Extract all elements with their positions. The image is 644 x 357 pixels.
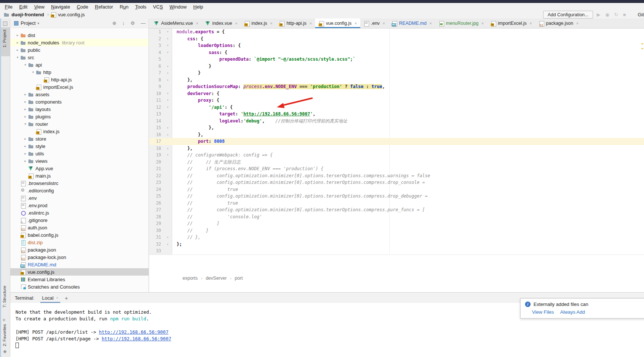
tree-item-src[interactable]: ▾src bbox=[10, 54, 149, 61]
tab-asidemenu-vue[interactable]: AsideMenu.vue× bbox=[150, 18, 202, 28]
tree-item-store[interactable]: ▸store bbox=[10, 135, 149, 142]
tree-item-editorconfig[interactable]: .editorconfig bbox=[10, 187, 149, 194]
chevron-down-icon[interactable]: ▾ bbox=[15, 55, 20, 59]
tree-item-external-libraries[interactable]: External Libraries bbox=[10, 276, 149, 283]
menu-tools[interactable]: Tools bbox=[132, 3, 150, 10]
menu-edit[interactable]: Edit bbox=[16, 3, 31, 10]
breadcrumb-port[interactable]: port bbox=[235, 276, 243, 281]
close-icon[interactable]: × bbox=[310, 21, 312, 26]
tree-item-scratches-and-consoles[interactable]: Scratches and Consoles bbox=[10, 283, 149, 289]
fold-marker-icon[interactable]: ▴ bbox=[161, 241, 174, 248]
tool-windows-icon[interactable] bbox=[3, 21, 7, 26]
stripe-button-favorites[interactable]: 2: Favorites bbox=[2, 324, 7, 346]
git-widget[interactable]: Git: bbox=[638, 12, 644, 17]
close-icon[interactable]: × bbox=[576, 21, 578, 26]
code-editor[interactable]: 1▾module.exports = {2▾ css: {3▾ loaderOp… bbox=[149, 28, 644, 255]
fold-marker-icon[interactable]: ▴ bbox=[161, 63, 174, 70]
tree-item-env-prod[interactable]: .env.prod bbox=[10, 202, 149, 209]
debug-icon[interactable]: ◉ bbox=[605, 12, 609, 17]
menu-code[interactable]: Code bbox=[74, 3, 92, 10]
chevron-right-icon[interactable]: ▸ bbox=[23, 92, 28, 96]
tab-readme-md[interactable]: MDREADME.md× bbox=[388, 18, 435, 28]
tree-item-components[interactable]: ▸components bbox=[10, 98, 149, 105]
tab-package-json[interactable]: {;}package.json× bbox=[535, 18, 582, 28]
error-stripe[interactable] bbox=[641, 43, 643, 53]
tab-env[interactable]: .env× bbox=[360, 18, 388, 28]
tree-item-utils[interactable]: ▸utils bbox=[10, 150, 149, 157]
close-icon[interactable]: × bbox=[56, 296, 58, 300]
close-icon[interactable]: × bbox=[481, 21, 484, 26]
chevron-right-icon[interactable]: ▸ bbox=[23, 144, 28, 148]
tree-item-main-js[interactable]: JSmain.js bbox=[10, 172, 149, 179]
chevron-right-icon[interactable]: ▸ bbox=[15, 41, 20, 44]
tree-item-package-json[interactable]: {;}package.json bbox=[10, 246, 149, 253]
tree-item-plugins[interactable]: ▸plugins bbox=[10, 113, 149, 120]
project-tree[interactable]: ▸dist▸node_moduleslibrary root▸public▾sr… bbox=[10, 28, 149, 289]
fold-marker-icon[interactable]: ▴ bbox=[161, 124, 174, 131]
chevron-right-icon[interactable]: ▸ bbox=[23, 115, 28, 118]
menu-help[interactable]: Help bbox=[190, 3, 207, 10]
terminal-url-link[interactable]: http://192.168.66.56:9007 bbox=[102, 336, 171, 341]
tree-item-http-api-js[interactable]: JShttp-api.js bbox=[10, 76, 149, 83]
close-icon[interactable]: × bbox=[196, 21, 198, 26]
locate-icon[interactable]: ⊕ bbox=[112, 20, 116, 26]
menu-run[interactable]: Run bbox=[116, 3, 132, 10]
tree-item-style[interactable]: ▸style bbox=[10, 142, 149, 150]
chevron-right-icon[interactable]: ▸ bbox=[23, 152, 28, 155]
fold-marker-icon[interactable]: ▾ bbox=[161, 97, 174, 104]
tab-index-js[interactable]: JSindex.js× bbox=[241, 18, 276, 28]
fold-marker-icon[interactable]: ▴ bbox=[161, 131, 174, 138]
close-icon[interactable]: × bbox=[235, 21, 237, 26]
terminal-url-link[interactable]: http://192.168.66.56:9007 bbox=[99, 329, 168, 335]
tree-item-app-vue[interactable]: App.vue bbox=[10, 165, 149, 172]
notification-action-always-add[interactable]: Always Add bbox=[560, 309, 585, 315]
chevron-right-icon[interactable]: ▸ bbox=[23, 159, 28, 163]
breadcrumb-exports[interactable]: exports bbox=[183, 276, 198, 281]
chevron-right-icon[interactable]: ▸ bbox=[23, 107, 28, 111]
tree-item-readme-md[interactable]: MDREADME.md bbox=[10, 261, 149, 268]
tab-index-vue[interactable]: index.vue× bbox=[202, 18, 241, 28]
fold-marker-icon[interactable]: ▾ bbox=[161, 90, 174, 97]
tree-item-package-lock-json[interactable]: {;}package-lock.json bbox=[10, 253, 149, 261]
fold-marker-icon[interactable]: ▾ bbox=[161, 49, 174, 56]
fold-marker-icon[interactable]: ▴ bbox=[161, 234, 174, 241]
breadcrumb-project[interactable]: duoji-frontend bbox=[11, 12, 44, 17]
fold-marker-icon[interactable]: ▴ bbox=[161, 145, 174, 152]
tree-item-api[interactable]: ▾api bbox=[10, 61, 149, 68]
settings-icon[interactable]: ⚙ bbox=[130, 20, 135, 26]
tree-item-auth-json[interactable]: {;}auth.json bbox=[10, 224, 149, 231]
new-terminal-session-button[interactable]: + bbox=[65, 295, 68, 301]
fold-marker-icon[interactable]: ▾ bbox=[161, 36, 174, 43]
run-icon[interactable]: ▶ bbox=[597, 12, 600, 17]
tree-item-dist[interactable]: ▸dist bbox=[10, 31, 149, 39]
menu-vcs[interactable]: VCS bbox=[150, 3, 166, 10]
tree-item-router[interactable]: ▾router bbox=[10, 120, 149, 128]
fold-marker-icon[interactable]: ▾ bbox=[161, 152, 174, 159]
close-icon[interactable]: × bbox=[429, 21, 432, 26]
chevron-right-icon[interactable]: ▸ bbox=[15, 48, 20, 52]
tree-item-views[interactable]: ▸views bbox=[10, 157, 149, 165]
tab-importexcel-js[interactable]: JSimportExcel.js× bbox=[487, 18, 535, 28]
stop-icon[interactable]: ■ bbox=[623, 12, 626, 17]
notification-action-view-files[interactable]: View Files bbox=[532, 309, 554, 315]
chevron-right-icon[interactable]: ▸ bbox=[23, 100, 28, 104]
close-icon[interactable]: × bbox=[383, 21, 385, 26]
tree-item-dist-zip[interactable]: dist.zip bbox=[10, 239, 149, 246]
tab-http-api-js[interactable]: JShttp-api.js× bbox=[276, 18, 315, 28]
tree-item-http[interactable]: ▾http bbox=[10, 68, 149, 76]
run-with-coverage-icon[interactable]: ↻ bbox=[614, 12, 618, 17]
tree-item-browserslistrc[interactable]: .browserslistrc bbox=[10, 179, 149, 187]
menu-refactor[interactable]: Refactor bbox=[92, 3, 116, 10]
stripe-button-structure[interactable]: 7: Structure bbox=[2, 286, 7, 307]
menu-view[interactable]: View bbox=[31, 3, 48, 10]
tree-item-babel-config-js[interactable]: JSbabel.config.js bbox=[10, 231, 149, 239]
tree-item-gitignore[interactable]: .gitignore bbox=[10, 216, 149, 224]
close-icon[interactable]: × bbox=[270, 21, 272, 26]
tree-item-assets[interactable]: ▸assets bbox=[10, 91, 149, 98]
terminal-tab-local[interactable]: Local × bbox=[41, 293, 60, 303]
tree-item-public[interactable]: ▸public bbox=[10, 46, 149, 54]
menu-file[interactable]: File bbox=[1, 3, 16, 10]
tab-menurouter-jpg[interactable]: menuRouter.jpg× bbox=[435, 18, 487, 28]
project-panel-title[interactable]: Project bbox=[21, 20, 35, 26]
fold-marker-icon[interactable]: ▾ bbox=[161, 28, 174, 36]
